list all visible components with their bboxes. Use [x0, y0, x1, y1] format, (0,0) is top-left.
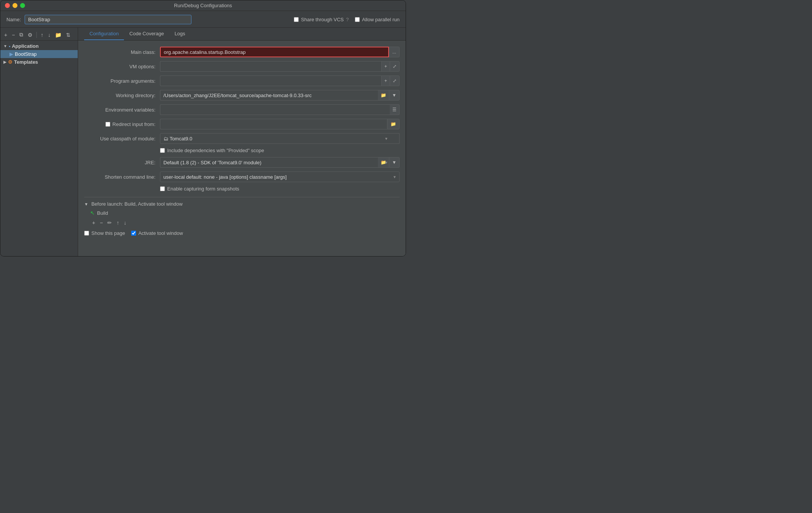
allow-parallel-checkbox[interactable] — [355, 17, 360, 22]
add-config-button[interactable]: + — [3, 31, 9, 39]
sidebar-item-bootstrap[interactable]: ▶ BootStrap — [0, 50, 78, 58]
working-dir-input[interactable] — [160, 90, 378, 101]
sidebar-item-templates[interactable]: ▶ ⚙ Templates — [0, 58, 78, 66]
sidebar-item-application[interactable]: ▼ ▪ Application — [0, 42, 78, 50]
program-args-input[interactable] — [160, 76, 381, 86]
shorten-label: Shorten command line: — [84, 174, 160, 180]
minimize-button[interactable] — [13, 3, 17, 8]
program-args-add-button[interactable]: + — [381, 76, 390, 86]
include-dep-checkbox[interactable] — [160, 148, 165, 153]
move-up-button[interactable]: ↑ — [39, 31, 45, 39]
sort-button[interactable]: ⇅ — [64, 31, 72, 39]
redirect-input[interactable] — [160, 119, 387, 129]
working-dir-group: 📁 ▼ — [160, 90, 400, 101]
shorten-select[interactable]: user-local default: none - java [options… — [160, 172, 400, 182]
activate-tool-label[interactable]: Activate tool window — [131, 230, 183, 236]
sidebar-toolbar: + − ⧉ ⚙ ↑ ↓ 📁 ⇅ — [0, 29, 78, 41]
build-remove-button[interactable]: − — [98, 219, 105, 227]
shorten-group: user-local default: none - java [options… — [160, 172, 400, 182]
copy-config-button[interactable]: ⧉ — [18, 31, 25, 39]
remove-config-button[interactable]: − — [10, 31, 16, 39]
folder-button[interactable]: 📁 — [53, 31, 63, 39]
build-down-button[interactable]: ↓ — [122, 219, 128, 227]
program-args-group: + ⤢ — [160, 76, 400, 86]
jre-label: JRE: — [84, 160, 160, 165]
bootstrap-label: BootStrap — [15, 51, 37, 57]
build-row: ↖ Build — [90, 210, 400, 216]
jre-browse-button[interactable]: 📁 — [378, 157, 389, 168]
name-options: Share through VCS ? Allow parallel run — [294, 17, 400, 22]
build-add-button[interactable]: + — [90, 219, 97, 227]
move-down-button[interactable]: ↓ — [46, 31, 52, 39]
working-dir-label: Working directory: — [84, 93, 160, 98]
classpath-group: 🗂 Tomcat9.0 ▼ — [160, 133, 400, 144]
activate-tool-checkbox[interactable] — [131, 231, 136, 236]
vm-options-add-button[interactable]: + — [381, 61, 390, 72]
tab-configuration[interactable]: Configuration — [84, 28, 124, 40]
program-args-label: Program arguments: — [84, 78, 160, 84]
vm-options-label: VM options: — [84, 64, 160, 69]
jre-select[interactable]: Default (1.8 (2) - SDK of 'Tomcat9.0' mo… — [160, 157, 378, 168]
working-dir-dropdown-button[interactable]: ▼ — [389, 90, 400, 101]
config-settings-button[interactable]: ⚙ — [26, 31, 34, 39]
before-launch-header: ▼ Before launch: Build, Activate tool wi… — [84, 201, 400, 207]
redirect-browse-button[interactable]: 📁 — [387, 119, 400, 129]
tab-code-coverage[interactable]: Code Coverage — [124, 28, 169, 40]
sidebar: + − ⧉ ⚙ ↑ ↓ 📁 ⇅ ▼ ▪ Application ▶ BootSt… — [0, 28, 78, 256]
separator — [36, 32, 37, 38]
name-label: Name: — [6, 17, 21, 22]
main-class-browse-button[interactable]: ... — [389, 47, 400, 57]
env-vars-input[interactable] — [160, 104, 390, 115]
main-class-row: Main class: ... — [84, 47, 400, 57]
env-vars-edit-button[interactable]: ☰ — [390, 104, 400, 115]
shorten-row: Shorten command line: user-local default… — [84, 172, 400, 182]
title-bar: Run/Debug Configurations — [0, 0, 406, 11]
vm-options-input[interactable] — [160, 61, 381, 72]
help-icon[interactable]: ? — [346, 17, 349, 22]
bootstrap-run-icon: ▶ — [9, 51, 13, 57]
program-args-expand-button[interactable]: ⤢ — [390, 76, 400, 86]
name-input[interactable] — [25, 15, 191, 24]
window-title: Run/Debug Configurations — [174, 3, 232, 8]
redirect-checkbox[interactable] — [105, 122, 110, 127]
share-vcs-row: Share through VCS ? — [294, 17, 349, 22]
vm-options-expand-button[interactable]: ⤢ — [390, 61, 400, 72]
enable-snapshot-checkbox[interactable] — [160, 186, 165, 191]
share-vcs-label: Share through VCS — [301, 17, 344, 22]
build-edit-button[interactable]: ✏ — [105, 219, 114, 227]
vm-options-buttons: + ⤢ — [381, 61, 400, 72]
before-launch-title: Before launch: Build, Activate tool wind… — [91, 201, 183, 207]
enable-snapshot-label[interactable]: Enable capturing form snapshots — [160, 186, 239, 192]
working-dir-browse-button[interactable]: 📁 — [378, 90, 389, 101]
show-page-label[interactable]: Show this page — [84, 230, 125, 236]
tab-logs[interactable]: Logs — [169, 28, 190, 40]
templates-icon: ⚙ — [8, 59, 13, 65]
jre-row: JRE: Default (1.8 (2) - SDK of 'Tomcat9.… — [84, 157, 400, 168]
env-vars-label: Environment variables: — [84, 107, 160, 113]
allow-parallel-row: Allow parallel run — [355, 17, 400, 22]
templates-label: Templates — [14, 59, 38, 65]
jre-dropdown-button[interactable]: ▼ — [389, 157, 400, 168]
build-up-button[interactable]: ↑ — [114, 219, 121, 227]
program-args-row: Program arguments: + ⤢ — [84, 76, 400, 86]
close-button[interactable] — [5, 3, 10, 8]
config-area: Main class: ... VM options: + ⤢ — [78, 41, 406, 256]
tabs: Configuration Code Coverage Logs — [78, 28, 406, 41]
working-dir-row: Working directory: 📁 ▼ — [84, 90, 400, 101]
maximize-button[interactable] — [20, 3, 25, 8]
vm-options-group: + ⤢ — [160, 61, 400, 72]
working-dir-buttons: 📁 ▼ — [378, 90, 400, 101]
show-page-row: Show this page Activate tool window — [84, 230, 400, 240]
share-vcs-checkbox[interactable] — [294, 17, 299, 22]
classpath-label: Use classpath of module: — [84, 136, 160, 142]
main-class-input[interactable] — [160, 47, 389, 57]
classpath-select[interactable]: 🗂 Tomcat9.0 — [160, 133, 400, 144]
vm-options-row: VM options: + ⤢ — [84, 61, 400, 72]
before-launch-collapse-icon[interactable]: ▼ — [84, 202, 88, 206]
include-dep-label[interactable]: Include dependencies with "Provided" sco… — [160, 148, 264, 153]
classpath-row: Use classpath of module: 🗂 Tomcat9.0 ▼ — [84, 133, 400, 144]
include-dep-row: Include dependencies with "Provided" sco… — [160, 148, 400, 153]
show-page-checkbox[interactable] — [84, 231, 89, 236]
window-controls[interactable] — [5, 3, 25, 8]
build-toolbar: + − ✏ ↑ ↓ — [90, 219, 400, 227]
